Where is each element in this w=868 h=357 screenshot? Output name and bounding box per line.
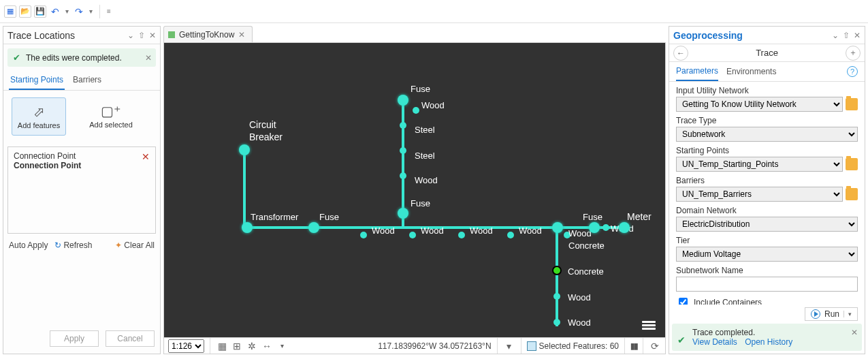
snap-icon[interactable]: ▦ [216, 340, 228, 352]
add-features-button[interactable]: ⬀ Add features [12, 97, 66, 136]
tab-parameters[interactable]: Parameters [676, 62, 718, 81]
wood-label: Wood [421, 226, 444, 236]
pane-title: Trace Locations [7, 30, 75, 41]
redo-dropdown-icon[interactable]: ▾ [88, 7, 94, 15]
edits-completed-banner: ✔ The edits were completed. ✕ [7, 48, 156, 67]
pin-icon[interactable]: ⇧ [138, 31, 145, 40]
more-icon[interactable]: ▾ [276, 340, 288, 352]
tier-select[interactable]: Medium Voltage [676, 247, 858, 262]
coord-dropdown-icon[interactable]: ▾ [503, 340, 515, 352]
add-tool-icon[interactable]: ＋ [846, 46, 861, 61]
basemap-icon[interactable] [642, 321, 656, 330]
run-dropdown-icon[interactable]: ▾ [843, 311, 852, 317]
run-label: Run [824, 309, 839, 319]
selected-features[interactable]: Selected Features: 60 [521, 338, 619, 354]
result-banner: ✔ Trace completed. View Details Open His… [672, 324, 862, 351]
trace-locations-pane: Trace Locations ⌄ ⇧ ✕ ✔ The edits were c… [3, 26, 161, 354]
wood-label: Wood [372, 226, 395, 236]
map-tab[interactable]: GettingToKnow ✕ [163, 26, 253, 42]
subnetwork-name-input[interactable] [676, 277, 858, 292]
grid-icon[interactable]: ⊞ [231, 340, 243, 352]
concrete-label: Concrete [568, 240, 605, 251]
starting-point-node[interactable] [552, 266, 562, 275]
barriers-select[interactable]: UN_Temp_Barriers [676, 187, 843, 202]
include-containers-label: Include Containers [694, 298, 762, 305]
label-subnetwork-name: Subnetwork Name [676, 266, 858, 275]
close-icon[interactable]: ✕ [854, 31, 861, 40]
undo-dropdown-icon[interactable]: ▾ [64, 7, 70, 15]
wood-label: Wood [568, 292, 591, 302]
domain-network-select[interactable]: ElectricDistribution [676, 217, 858, 232]
label-barriers: Barriers [676, 176, 858, 185]
scale-select[interactable]: 1:126 [168, 339, 204, 353]
pause-icon[interactable]: ▮▮ [630, 341, 637, 351]
redo-icon[interactable]: ↷ [73, 5, 85, 18]
banner-close-icon[interactable]: ✕ [851, 328, 858, 337]
coordinates-display: 117.1839962°W 34.0572163°N [378, 341, 491, 351]
open-project-icon[interactable]: 📂 [19, 5, 31, 18]
wood-label: Wood [415, 175, 438, 185]
input-utility-network-select[interactable]: Getting To Know Utility Network [676, 97, 843, 112]
close-tab-icon[interactable]: ✕ [238, 30, 245, 40]
correction-icon[interactable]: ✲ [246, 340, 258, 352]
refresh-map-icon[interactable]: ⟳ [649, 340, 661, 352]
add-selected-label: Add selected [89, 121, 133, 129]
tab-starting-points[interactable]: Starting Points [9, 71, 65, 90]
map-view[interactable]: Fuse Wood Steel Steel Wood Fuse Circuit … [163, 42, 666, 338]
quick-access-toolbar: ▦ 📂 💾 ↶ ▾ ↷ ▾ ≡ [0, 0, 868, 23]
remove-item-icon[interactable]: ✕ [142, 151, 150, 162]
transformer-label: Transformer [251, 212, 298, 222]
cancel-button[interactable]: Cancel [106, 330, 155, 347]
pin-icon[interactable]: ⇧ [843, 31, 850, 40]
auto-apply-toggle[interactable]: Auto Apply [9, 240, 48, 250]
back-icon[interactable]: ← [673, 46, 688, 61]
help-icon[interactable]: ? [847, 66, 858, 77]
label-trace-type: Trace Type [676, 116, 858, 125]
browse-folder-icon[interactable] [846, 98, 858, 110]
circuit-label: Circuit [249, 119, 276, 130]
fuse-label: Fuse [411, 84, 430, 94]
result-title: Trace completed. [692, 328, 846, 337]
apply-button[interactable]: Apply [50, 330, 99, 347]
label-domain-network: Domain Network [676, 206, 858, 215]
starting-points-select[interactable]: UN_Temp_Starting_Points [676, 157, 843, 172]
add-selected-button[interactable]: ▢⁺ Add selected [84, 97, 138, 134]
refresh-icon: ↻ [54, 240, 61, 250]
concrete-label: Concrete [568, 266, 604, 277]
tab-environments[interactable]: Environments [726, 63, 776, 80]
tab-barriers[interactable]: Barriers [71, 71, 103, 90]
clear-all-button[interactable]: ✦Clear All [115, 240, 155, 250]
trace-type-select[interactable]: Subnetwork [676, 127, 858, 142]
customize-dropdown-icon[interactable]: ≡ [106, 7, 112, 15]
inference-icon[interactable]: ↔ [261, 340, 273, 352]
wood-label: Wood [568, 228, 592, 238]
separator [99, 5, 100, 18]
chevron-down-icon[interactable]: ⌄ [832, 31, 839, 40]
tool-title: Trace [756, 48, 778, 58]
include-containers-checkbox[interactable] [679, 298, 688, 305]
add-features-label: Add features [18, 121, 60, 129]
list-item[interactable]: Connection Point Connection Point ✕ [8, 147, 155, 174]
fuse-label: Fuse [411, 198, 430, 208]
add-selected-icon: ▢⁺ [101, 103, 121, 118]
banner-text: The edits were completed. [26, 53, 122, 63]
browse-folder-icon[interactable] [846, 158, 858, 170]
item-value: Connection Point [14, 161, 81, 170]
map-icon [168, 31, 175, 38]
browse-folder-icon[interactable] [846, 188, 858, 200]
close-icon[interactable]: ✕ [149, 31, 156, 40]
view-details-link[interactable]: View Details [692, 337, 737, 347]
chevron-down-icon[interactable]: ⌄ [127, 31, 134, 40]
refresh-button[interactable]: ↻Refresh [54, 240, 92, 250]
new-project-icon[interactable]: ▦ [4, 5, 16, 18]
save-project-icon[interactable]: 💾 [34, 5, 46, 18]
steel-label: Steel [415, 151, 435, 161]
wood-label: Wood [421, 100, 445, 110]
undo-icon[interactable]: ↶ [49, 5, 61, 18]
wood-label: Wood [519, 226, 542, 236]
open-history-link[interactable]: Open History [745, 337, 792, 347]
breaker-label: Breaker [249, 131, 283, 142]
run-button[interactable]: Run ▾ [805, 307, 858, 321]
map-tab-label: GettingToKnow [179, 30, 234, 40]
banner-close-icon[interactable]: ✕ [145, 53, 152, 63]
